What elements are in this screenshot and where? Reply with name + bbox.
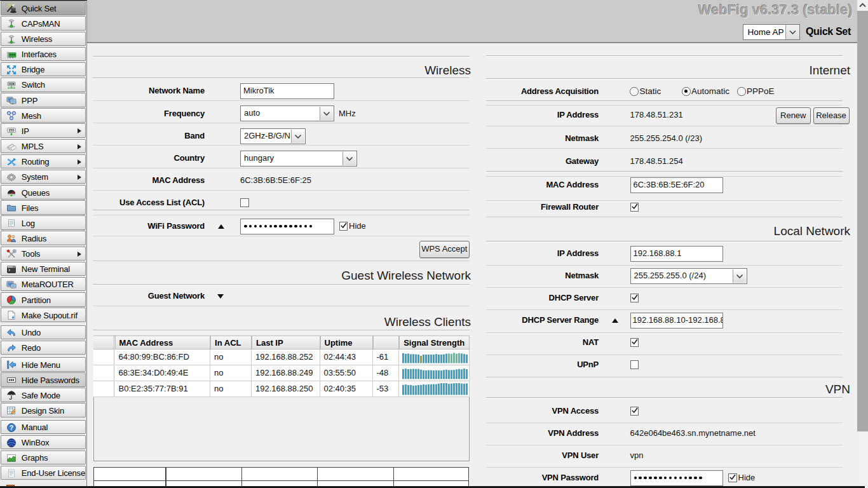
svg-text:?: ? — [10, 423, 13, 431]
